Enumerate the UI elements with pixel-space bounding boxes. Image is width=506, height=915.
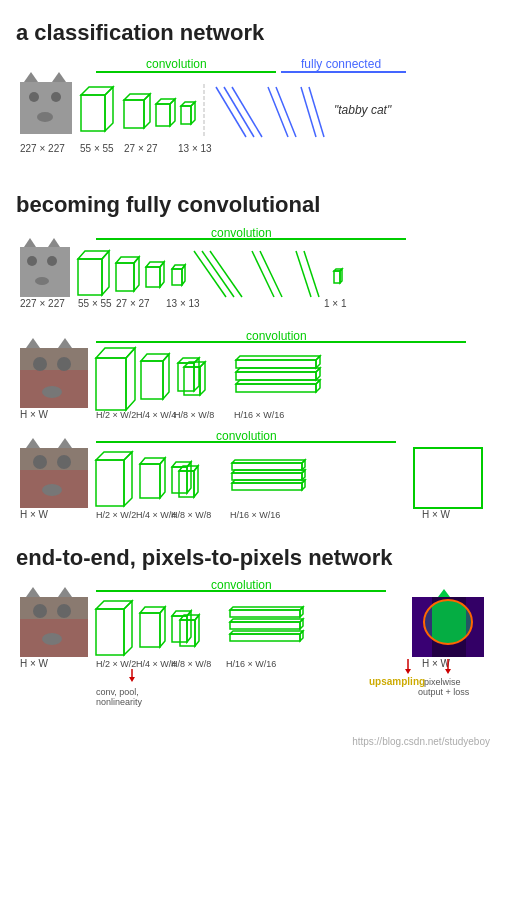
svg-rect-130 [232, 463, 302, 470]
svg-text:nonlinearity: nonlinearity [96, 697, 143, 707]
svg-text:H/2 × W/2: H/2 × W/2 [96, 410, 136, 420]
fully-conv-top: convolution [16, 225, 490, 330]
page: a classification network convolution ful… [0, 0, 506, 757]
svg-text:1 × 1: 1 × 1 [324, 298, 347, 309]
svg-line-62 [296, 251, 311, 297]
svg-text:fully connected: fully connected [301, 57, 381, 71]
svg-text:13 × 13: 13 × 13 [166, 298, 200, 309]
svg-text:H/2 × W/2: H/2 × W/2 [96, 510, 136, 520]
svg-line-59 [210, 251, 242, 297]
svg-marker-43 [24, 238, 36, 247]
svg-rect-86 [141, 361, 163, 399]
svg-text:H/16 × W/16: H/16 × W/16 [234, 410, 284, 420]
svg-rect-12 [81, 95, 105, 131]
svg-rect-48 [116, 263, 134, 291]
svg-marker-172 [300, 619, 303, 629]
svg-rect-6 [20, 82, 72, 134]
svg-marker-116 [26, 438, 40, 448]
section3-title: end-to-end, pixels-to-pixels network [16, 545, 490, 571]
fully-conv-bot: convolution [16, 430, 490, 535]
svg-marker-169 [300, 607, 303, 617]
svg-point-78 [33, 357, 47, 371]
svg-text:H/8 × W/8: H/8 × W/8 [171, 659, 211, 669]
svg-marker-180 [438, 589, 450, 597]
svg-marker-193 [405, 669, 411, 674]
svg-point-9 [37, 112, 53, 122]
svg-marker-88 [163, 354, 169, 399]
svg-text:"tabby cat": "tabby cat" [334, 103, 392, 117]
svg-marker-157 [124, 601, 132, 655]
svg-marker-196 [445, 669, 451, 674]
svg-marker-56 [182, 265, 185, 285]
svg-text:H × W: H × W [20, 658, 49, 669]
svg-text:H/2 × W/2: H/2 × W/2 [96, 659, 136, 669]
svg-line-26 [224, 87, 254, 137]
svg-text:convolution: convolution [246, 330, 307, 343]
section-endtoend: end-to-end, pixels-to-pixels network con… [16, 545, 490, 747]
svg-marker-137 [232, 480, 305, 483]
svg-marker-123 [160, 458, 165, 498]
svg-text:output + loss: output + loss [418, 687, 470, 697]
svg-marker-14 [105, 87, 113, 131]
svg-marker-50 [134, 257, 139, 291]
svg-marker-174 [230, 631, 303, 634]
svg-marker-135 [302, 470, 305, 480]
svg-rect-95 [236, 360, 316, 368]
svg-marker-46 [78, 251, 109, 259]
svg-marker-99 [236, 368, 320, 372]
svg-point-80 [42, 386, 62, 398]
svg-text:227 × 227: 227 × 227 [20, 143, 65, 154]
svg-marker-91 [194, 358, 199, 391]
svg-marker-17 [144, 94, 150, 128]
svg-rect-21 [181, 106, 191, 124]
svg-marker-23 [191, 102, 195, 124]
svg-text:convolution: convolution [216, 430, 277, 443]
svg-rect-51 [146, 267, 160, 287]
svg-rect-133 [232, 473, 302, 480]
svg-marker-84 [96, 348, 135, 358]
svg-rect-15 [124, 100, 144, 128]
svg-text:H × W: H × W [20, 409, 49, 420]
svg-point-151 [57, 604, 71, 618]
svg-marker-138 [302, 480, 305, 490]
svg-marker-81 [26, 338, 40, 348]
watermark: https://blog.csdn.net/studyeboy [16, 736, 490, 747]
svg-marker-156 [96, 601, 132, 609]
svg-marker-160 [160, 607, 165, 647]
svg-marker-120 [124, 452, 132, 506]
svg-text:227 × 227: 227 × 227 [20, 298, 65, 309]
svg-rect-170 [230, 622, 300, 629]
svg-marker-10 [24, 72, 38, 82]
svg-line-57 [194, 251, 226, 297]
svg-point-8 [51, 92, 61, 102]
svg-line-27 [232, 87, 262, 137]
svg-marker-100 [316, 368, 320, 380]
section-fully-conv: becoming fully convolutional convolution [16, 192, 490, 534]
svg-text:27 × 27: 27 × 27 [124, 143, 158, 154]
svg-text:H/16 × W/16: H/16 × W/16 [226, 659, 276, 669]
svg-point-152 [42, 633, 62, 645]
svg-rect-155 [96, 609, 124, 655]
fully-conv-mid: convolution [16, 330, 490, 430]
svg-marker-168 [230, 607, 303, 610]
svg-marker-20 [170, 99, 175, 126]
svg-line-28 [268, 87, 288, 137]
svg-marker-103 [316, 380, 320, 392]
svg-rect-98 [236, 372, 316, 380]
svg-marker-102 [236, 380, 320, 384]
svg-point-42 [35, 277, 49, 285]
section1-title: a classification network [16, 20, 490, 46]
svg-point-115 [42, 484, 62, 496]
svg-rect-45 [78, 259, 102, 295]
svg-text:13 × 13: 13 × 13 [178, 143, 212, 154]
svg-marker-94 [200, 362, 205, 395]
classification-diagram: convolution fully connected [16, 52, 490, 182]
svg-marker-134 [232, 470, 305, 473]
svg-marker-85 [126, 348, 135, 410]
svg-point-150 [33, 604, 47, 618]
svg-marker-47 [102, 251, 109, 295]
svg-text:H × W: H × W [422, 509, 451, 520]
svg-text:H/8 × W/8: H/8 × W/8 [174, 410, 214, 420]
svg-rect-179 [466, 597, 484, 657]
svg-text:H/4 × W/4: H/4 × W/4 [136, 410, 176, 420]
